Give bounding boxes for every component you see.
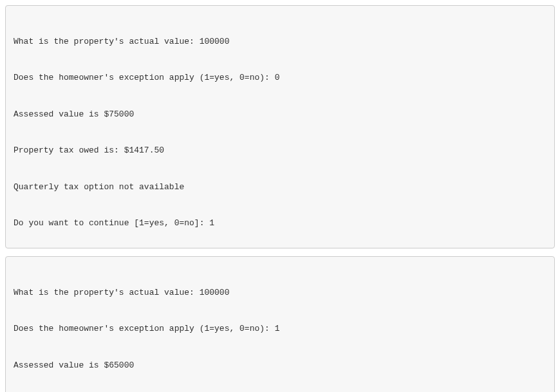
output-line: Assessed value is $65000 (14, 360, 546, 372)
output-line: Assessed value is $75000 (14, 109, 546, 121)
output-block-1: What is the property's actual value: 100… (5, 5, 555, 248)
output-line: Property tax owed is: $1417.50 (14, 145, 546, 157)
output-line: What is the property's actual value: 100… (14, 287, 546, 299)
output-line: Quarterly tax option not available (14, 182, 546, 194)
output-line: Does the homeowner's exception apply (1=… (14, 323, 546, 335)
output-line: Do you want to continue [1=yes, 0=no]: 1 (14, 218, 546, 230)
output-block-2: What is the property's actual value: 100… (5, 256, 555, 392)
output-line: What is the property's actual value: 100… (14, 36, 546, 48)
output-line: Does the homeowner's exception apply (1=… (14, 72, 546, 84)
